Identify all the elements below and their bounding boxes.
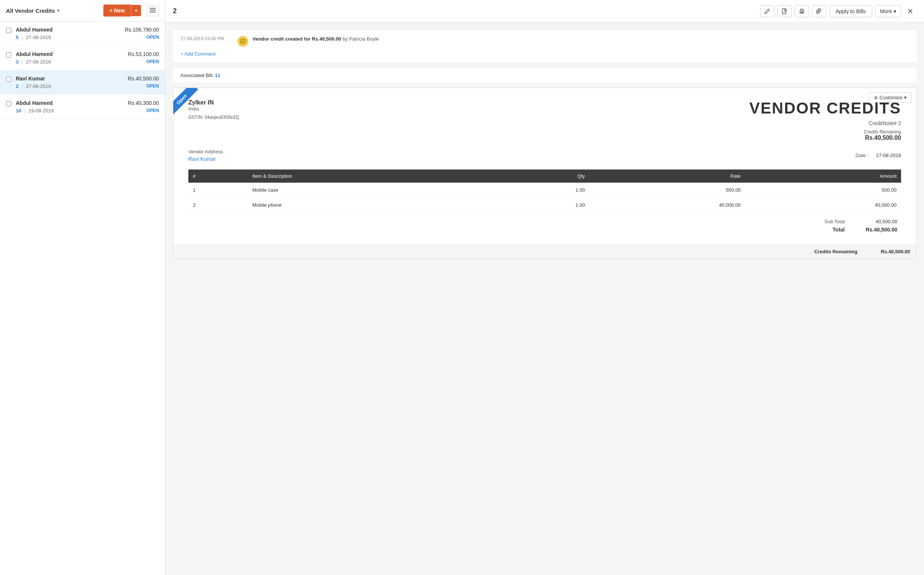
svg-point-7 bbox=[875, 97, 876, 98]
detail-header-actions: Apply to Bills More ▾ ✕ bbox=[760, 5, 916, 17]
total-label: Total bbox=[754, 227, 844, 233]
svg-rect-1 bbox=[149, 10, 156, 11]
list-item-status: OPEN bbox=[146, 59, 159, 64]
doc-totals: Sub Total 40,500.00 Total Rs.40,500.00 bbox=[188, 219, 901, 233]
more-button[interactable]: More ▾ bbox=[875, 5, 901, 17]
list-item[interactable]: Abdul Hameed Rs.40,300.00 10 | 19-08-201… bbox=[0, 95, 165, 119]
hamburger-button[interactable] bbox=[146, 5, 159, 16]
row-num: 2 bbox=[188, 198, 248, 213]
total-value: Rs.40,500.00 bbox=[860, 227, 897, 233]
add-comment-button[interactable]: + Add Comment bbox=[180, 51, 909, 57]
row-amount: 500.00 bbox=[746, 183, 901, 198]
list-item-amount: Rs.53,100.00 bbox=[128, 51, 159, 57]
row-rate: 40,000.00 bbox=[590, 198, 745, 213]
row-num: 1 bbox=[188, 183, 248, 198]
attach-icon bbox=[816, 8, 822, 14]
attach-button[interactable] bbox=[812, 5, 826, 17]
credits-footer-value: Rs.40,500.00 bbox=[873, 249, 910, 254]
list-item[interactable]: Abdul Hameed Rs.53,100.00 3 | 27-08-2019… bbox=[0, 46, 165, 70]
doc-credit-note: CreditNote# 2 bbox=[749, 120, 901, 126]
list-item-checkbox[interactable] bbox=[6, 28, 11, 33]
col-header-amount: Amount bbox=[746, 170, 901, 183]
list-item-row1: Ravi Kumar Rs.40,500.00 bbox=[16, 76, 159, 81]
doc-content: Zylker IN India GSTIN: 04asjeu8359s3Zj V… bbox=[173, 88, 916, 244]
subtotal-value: 40,500.00 bbox=[860, 219, 897, 224]
list-item-separator: | bbox=[21, 59, 23, 65]
open-ribbon: Open bbox=[173, 88, 207, 122]
svg-rect-0 bbox=[149, 8, 156, 9]
doc-vendor-link[interactable]: Ravi Kumar bbox=[188, 156, 223, 162]
pdf-icon bbox=[781, 8, 787, 14]
doc-date-value: 27-08-2019 bbox=[876, 152, 902, 158]
activity-row: 27-08-2019 03:45 PM Vendor credit create… bbox=[180, 36, 909, 47]
list-item-amount: Rs.40,500.00 bbox=[128, 76, 159, 81]
activity-timestamp: 27-08-2019 03:45 PM bbox=[180, 36, 233, 41]
doc-date-label: Date : bbox=[856, 152, 869, 158]
sidebar-title-area[interactable]: All Vendor Credits ▾ bbox=[6, 8, 59, 14]
list-item-content: Ravi Kumar Rs.40,500.00 2 | 27-08-2019 O… bbox=[16, 76, 159, 89]
list-item-separator: | bbox=[21, 34, 23, 40]
row-qty: 1.00 bbox=[495, 198, 590, 213]
doc-vendor-label: Vendor Address bbox=[188, 149, 223, 154]
list-item-date: 19-08-2019 bbox=[29, 108, 54, 113]
close-button[interactable]: ✕ bbox=[904, 5, 916, 17]
vendor-credit-document: Open Customize ▾ Zylker IN India GSTIN: … bbox=[173, 87, 916, 259]
sidebar: All Vendor Credits ▾ + New ▾ Abdul Hame bbox=[0, 0, 165, 575]
doc-credits-remaining-label: Credits Remaining bbox=[749, 129, 901, 135]
list-item-id[interactable]: 3 bbox=[16, 59, 18, 65]
associated-bill-link[interactable]: 11 bbox=[215, 73, 220, 78]
list-item-status: OPEN bbox=[146, 108, 159, 113]
pdf-button[interactable] bbox=[778, 5, 792, 17]
list-item-content: Abdul Hameed Rs.53,100.00 3 | 27-08-2019… bbox=[16, 51, 159, 65]
list-item-checkbox[interactable] bbox=[6, 77, 11, 82]
list-item-content: Abdul Hameed Rs.40,300.00 10 | 19-08-201… bbox=[16, 100, 159, 113]
print-icon bbox=[799, 8, 805, 14]
list-item-name: Abdul Hameed bbox=[16, 27, 52, 33]
list-item-id[interactable]: 2 bbox=[16, 83, 18, 89]
gear-icon bbox=[874, 95, 878, 100]
row-description: Mobile phone bbox=[248, 198, 495, 213]
list-item-amount: Rs.106,790.00 bbox=[125, 27, 159, 33]
list-item-date: 27-08-2019 bbox=[26, 59, 51, 65]
doc-credits-footer: Credits Remaining Rs.40,500.00 bbox=[173, 244, 916, 259]
col-header-rate: Rate bbox=[590, 170, 745, 183]
list-item-row1: Abdul Hameed Rs.40,300.00 bbox=[16, 100, 159, 106]
list-item-id[interactable]: 5 bbox=[16, 35, 18, 40]
row-rate: 500.00 bbox=[590, 183, 745, 198]
print-button[interactable] bbox=[795, 5, 809, 17]
list-item-date: 27-08-2019 bbox=[26, 83, 51, 89]
chevron-down-icon: ▾ bbox=[894, 8, 896, 14]
doc-date-row: Date : 27-08-2019 bbox=[856, 149, 901, 162]
chevron-down-icon: ▾ bbox=[904, 95, 907, 100]
list-item-date: 27-08-2019 bbox=[26, 35, 51, 40]
activity-message: Vendor credit created for Rs.40,500.00 b… bbox=[253, 36, 379, 42]
detail-panel: 2 bbox=[165, 0, 924, 575]
list-item-checkbox[interactable] bbox=[6, 52, 11, 57]
doc-title-area: VENDOR CREDITS CreditNote# 2 Credits Rem… bbox=[749, 99, 901, 141]
new-dropdown-arrow[interactable]: ▾ bbox=[131, 5, 141, 16]
detail-header: 2 bbox=[165, 0, 924, 22]
list-item-checkbox[interactable] bbox=[6, 101, 11, 106]
total-row: Total Rs.40,500.00 bbox=[754, 227, 897, 233]
new-button[interactable]: + New bbox=[103, 5, 131, 16]
row-amount: 40,000.00 bbox=[746, 198, 901, 213]
apply-bills-button[interactable]: Apply to Bills bbox=[829, 5, 872, 17]
new-button-group: + New ▾ bbox=[103, 5, 141, 16]
list-item-content: Abdul Hameed Rs.106,790.00 5 | 27-08-201… bbox=[16, 27, 159, 40]
edit-icon bbox=[764, 8, 770, 14]
edit-button[interactable] bbox=[760, 5, 775, 17]
credits-footer-label: Credits Remaining bbox=[814, 249, 857, 254]
customize-button[interactable]: Customize ▾ bbox=[869, 92, 911, 103]
doc-vendor-address: Vendor Address Ravi Kumar bbox=[188, 149, 223, 162]
col-header-description: Item & Description bbox=[248, 170, 495, 183]
activity-section: 27-08-2019 03:45 PM Vendor credit create… bbox=[173, 30, 916, 63]
list-item-separator: | bbox=[21, 83, 23, 89]
open-ribbon-label: Open bbox=[173, 88, 198, 116]
list-item-row2: 2 | 27-08-2019 OPEN bbox=[16, 83, 159, 89]
list-item-row1: Abdul Hameed Rs.106,790.00 bbox=[16, 27, 159, 33]
list-item-name: Abdul Hameed bbox=[16, 100, 52, 106]
list-item-id[interactable]: 10 bbox=[16, 108, 21, 113]
list-item[interactable]: Ravi Kumar Rs.40,500.00 2 | 27-08-2019 O… bbox=[0, 70, 165, 95]
list-item[interactable]: Abdul Hameed Rs.106,790.00 5 | 27-08-201… bbox=[0, 21, 165, 46]
row-qty: 1.00 bbox=[495, 183, 590, 198]
